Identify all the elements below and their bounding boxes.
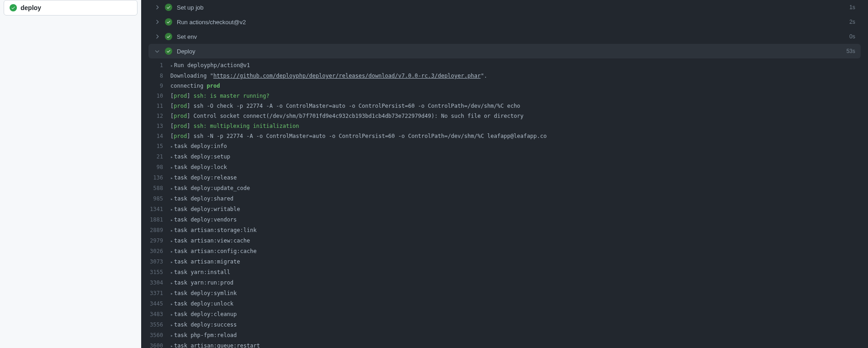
step-label: Run actions/checkout@v2 <box>177 19 845 26</box>
log-line[interactable]: 1 ▸Run deployphp/action@v1 <box>148 60 861 71</box>
step-duration: 2s <box>849 19 855 25</box>
step-deploy[interactable]: Deploy 53s <box>148 44 861 58</box>
log-line[interactable]: 3600▸task artisan:queue:restart <box>148 341 861 348</box>
log-line[interactable]: 3304▸task yarn:run:prod <box>148 278 861 288</box>
line-text: ▸task yarn:install <box>170 268 861 277</box>
expand-triangle-icon: ▸ <box>170 310 173 319</box>
line-number: 3026 <box>148 247 170 256</box>
log-line[interactable]: 3026▸task artisan:config:cache <box>148 246 861 257</box>
expand-triangle-icon: ▸ <box>170 289 173 298</box>
expand-triangle-icon: ▸ <box>170 163 173 172</box>
line-number: 588 <box>148 184 170 193</box>
step-set-env[interactable]: Set env 0s <box>148 29 861 44</box>
line-number: 3560 <box>148 331 170 340</box>
log-line[interactable]: 21▸task deploy:setup <box>148 152 861 162</box>
line-text: ▸task deploy:cleanup <box>170 310 861 319</box>
line-text: ▸task deploy:release <box>170 173 861 183</box>
log-line[interactable]: 3073▸task artisan:migrate <box>148 257 861 267</box>
step-setup-job[interactable]: Set up job 1s <box>148 0 861 15</box>
log-line[interactable]: 3483▸task deploy:cleanup <box>148 309 861 320</box>
line-text: ▸Run deployphp/action@v1 <box>170 61 861 70</box>
log-line[interactable]: 2889▸task artisan:storage:link <box>148 225 861 236</box>
success-icon <box>165 18 172 26</box>
line-number: 2889 <box>148 226 170 235</box>
expand-triangle-icon: ▸ <box>170 216 173 225</box>
log-output: 1 ▸Run deployphp/action@v1 8 Downloading… <box>148 58 861 348</box>
log-line[interactable]: 3371▸task deploy:symlink <box>148 288 861 299</box>
log-line[interactable]: 98▸task deploy:lock <box>148 162 861 173</box>
log-line: 8 Downloading "https://github.com/deploy… <box>148 71 861 81</box>
log-line: 9 connecting prod <box>148 81 861 91</box>
line-text: ▸task deploy:writable <box>170 205 861 214</box>
line-number: 13 <box>148 121 170 131</box>
line-number: 1 <box>148 61 170 70</box>
job-name: deploy <box>21 4 41 11</box>
line-number: 985 <box>148 194 170 204</box>
line-text: ▸task deploy:update_code <box>170 184 861 193</box>
chevron-right-icon <box>154 4 160 11</box>
expand-triangle-icon: ▸ <box>170 174 173 183</box>
log-line[interactable]: 3155▸task yarn:install <box>148 267 861 278</box>
line-text: ▸task deploy:setup <box>170 152 861 162</box>
line-text: ▸task artisan:storage:link <box>170 226 861 235</box>
line-text: [prod] ssh: is master running? <box>170 91 861 100</box>
expand-triangle-icon: ▸ <box>170 247 173 256</box>
line-number: 3155 <box>148 268 170 277</box>
line-number: 15 <box>148 142 170 151</box>
log-line[interactable]: 1881▸task deploy:vendors <box>148 215 861 225</box>
log-line[interactable]: 3445▸task deploy:unlock <box>148 299 861 309</box>
line-text: [prod] ssh -N -p 22774 -A -o ControlMast… <box>170 132 861 141</box>
expand-triangle-icon: ▸ <box>170 321 173 330</box>
line-text: connecting prod <box>170 81 861 90</box>
step-duration: 1s <box>849 4 855 11</box>
success-icon <box>165 47 172 55</box>
line-number: 136 <box>148 173 170 183</box>
log-line[interactable]: 588▸task deploy:update_code <box>148 183 861 194</box>
expand-triangle-icon: ▸ <box>170 61 173 70</box>
line-number: 9 <box>148 81 170 90</box>
download-url[interactable]: https://github.com/deployphp/deployer/re… <box>213 73 481 79</box>
line-number: 12 <box>148 111 170 121</box>
expand-triangle-icon: ▸ <box>170 205 173 214</box>
line-number: 3073 <box>148 257 170 267</box>
step-duration: 53s <box>847 48 855 54</box>
line-number: 3600 <box>148 341 170 348</box>
job-deploy[interactable]: deploy <box>4 0 138 16</box>
log-line[interactable]: 2979▸task artisan:view:cache <box>148 236 861 246</box>
expand-triangle-icon: ▸ <box>170 226 173 235</box>
line-text: ▸task artisan:queue:restart <box>170 341 861 348</box>
line-number: 3371 <box>148 289 170 298</box>
log-line[interactable]: 1341▸task deploy:writable <box>148 204 861 215</box>
log-line[interactable]: 3560▸task php-fpm:reload <box>148 330 861 341</box>
log-line[interactable]: 136▸task deploy:release <box>148 173 861 183</box>
step-label: Set up job <box>177 4 845 11</box>
log-line: 10 [prod] ssh: is master running? <box>148 91 861 101</box>
line-text: ▸task php-fpm:reload <box>170 331 861 340</box>
chevron-right-icon <box>154 33 160 40</box>
expand-triangle-icon: ▸ <box>170 153 173 162</box>
line-text: ▸task deploy:info <box>170 142 861 151</box>
line-text: ▸task yarn:run:prod <box>170 278 861 288</box>
line-text: ▸task deploy:vendors <box>170 215 861 225</box>
step-checkout[interactable]: Run actions/checkout@v2 2s <box>148 15 861 29</box>
success-icon <box>165 33 172 40</box>
line-number: 8 <box>148 71 170 80</box>
log-line: 12 [prod] Control socket connect(/dev/sh… <box>148 111 861 121</box>
expand-triangle-icon: ▸ <box>170 279 173 288</box>
log-line[interactable]: 15▸task deploy:info <box>148 141 861 152</box>
jobs-sidebar: deploy <box>0 0 141 348</box>
expand-triangle-icon: ▸ <box>170 268 173 277</box>
expand-triangle-icon: ▸ <box>170 195 173 204</box>
line-number: 1341 <box>148 205 170 214</box>
expand-triangle-icon: ▸ <box>170 342 173 348</box>
line-text: ▸task deploy:lock <box>170 163 861 172</box>
line-text: Downloading "https://github.com/deployph… <box>170 71 861 80</box>
line-number: 3556 <box>148 320 170 330</box>
chevron-down-icon <box>154 48 160 54</box>
log-line[interactable]: 3556▸task deploy:success <box>148 320 861 330</box>
log-line[interactable]: 985▸task deploy:shared <box>148 194 861 204</box>
line-text: [prod] ssh: multiplexing initialization <box>170 121 861 131</box>
line-number: 21 <box>148 152 170 162</box>
expand-triangle-icon: ▸ <box>170 142 173 151</box>
expand-triangle-icon: ▸ <box>170 237 173 246</box>
